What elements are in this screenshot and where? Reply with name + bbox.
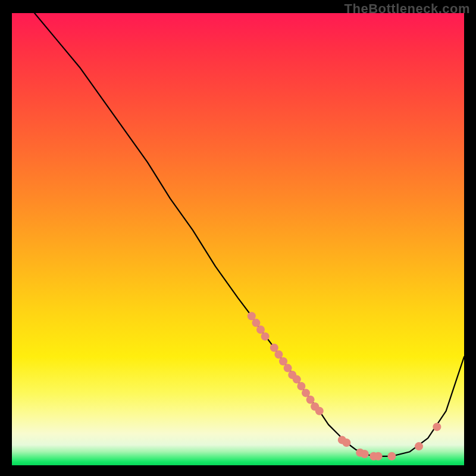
plot-area <box>12 13 464 465</box>
data-point <box>374 452 383 461</box>
data-point <box>256 325 265 334</box>
data-point <box>274 350 283 359</box>
data-point <box>270 343 278 352</box>
data-point <box>293 375 301 384</box>
data-point <box>261 332 270 340</box>
data-point <box>252 319 260 327</box>
data-points-group <box>248 312 441 461</box>
data-point <box>279 357 287 365</box>
data-point <box>342 439 350 447</box>
data-point <box>433 422 441 431</box>
chart-stage: TheBottleneck.com <box>0 0 476 476</box>
data-point <box>387 452 396 461</box>
data-point <box>297 382 305 390</box>
data-point <box>415 442 423 450</box>
data-point <box>361 450 369 458</box>
curve-layer <box>12 13 464 465</box>
data-point <box>284 364 292 372</box>
data-point <box>315 407 324 415</box>
bottleneck-curve <box>35 13 464 456</box>
data-point <box>302 389 310 397</box>
data-point <box>248 312 256 320</box>
data-point <box>306 396 315 404</box>
